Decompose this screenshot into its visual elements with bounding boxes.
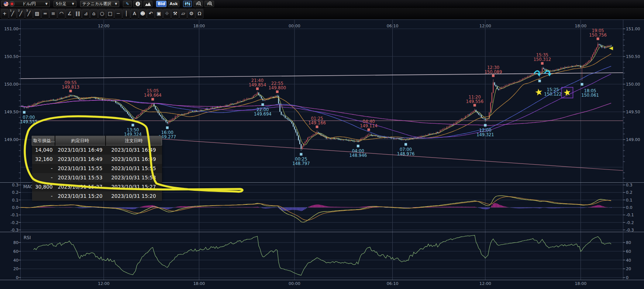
bid-button[interactable]: Bid: [156, 1, 166, 7]
ask-label: Ask: [169, 1, 178, 6]
svg-text:80: 80: [13, 240, 18, 245]
trade-pnl: -: [32, 192, 55, 201]
svg-text:151.00: 151.00: [626, 27, 640, 31]
draw-tool-rectangle[interactable]: □: [106, 9, 114, 18]
candlestick-view-button[interactable]: [183, 1, 192, 7]
drawing-toolbar: +╱1╱2╱3▨═≡◠∠∥∥⊿⌂○□─│A☻↶▣✥⚒▱⚙Ω: [0, 8, 644, 20]
draw-tool-eraser[interactable]: ▱: [179, 9, 187, 18]
draw-tool-text[interactable]: A: [131, 9, 138, 18]
bid-label: Bid: [158, 1, 165, 6]
trade-datetime: 2023/10/31 15:27: [106, 182, 162, 192]
draw-tool-pentagon[interactable]: ⌂: [90, 9, 98, 18]
trade-row[interactable]: -2023/10/31 15:202023/10/31 15:20: [32, 192, 162, 201]
svg-text:-0.2: -0.2: [11, 220, 18, 225]
draw-tool-parallel-lines-3[interactable]: ≡: [49, 9, 57, 18]
symbol-select[interactable]: ドル/円 ▼: [1, 1, 50, 7]
draw-tool-vertical-line[interactable]: │: [123, 9, 130, 18]
trade-pnl: 32,160: [32, 155, 55, 164]
draw-tool-time-zones[interactable]: ∥∥: [74, 9, 82, 18]
svg-text:18:00: 18:00: [575, 24, 587, 28]
candlestick-icon: [185, 1, 190, 6]
svg-text:06:10: 06:10: [387, 281, 399, 286]
svg-text:0.1: 0.1: [12, 198, 19, 203]
svg-text:148.946: 148.946: [349, 153, 367, 158]
svg-text:-0.3: -0.3: [626, 228, 634, 233]
trade-row[interactable]: 14,0402023/10/31 16:492023/10/31 16:49: [32, 145, 162, 155]
draw-tool-fan-lines[interactable]: ∠: [66, 9, 73, 18]
svg-text:0.3: 0.3: [12, 183, 19, 187]
draw-tool-ruler[interactable]: ▨: [33, 9, 41, 18]
draw-tool-tool-settings[interactable]: ⚙: [187, 9, 195, 18]
top-toolbar: ドル/円 ▼ 5分足 ▼ テクニカル選択 ▼ ✎ i Bid: [0, 0, 644, 8]
svg-text:60: 60: [13, 249, 18, 254]
zoom-out-button[interactable]: ↕: [193, 1, 203, 7]
draw-pencil-button[interactable]: ✎: [123, 1, 132, 7]
trade-datetime: 2023/10/31 15:53: [55, 173, 106, 182]
draw-tool-trendline-1[interactable]: ╱1: [9, 9, 17, 18]
info-button[interactable]: i: [133, 1, 142, 7]
draw-tool-parallel-lines-2[interactable]: ═: [41, 9, 49, 18]
trade-datetime: 2023/10/31 16:49: [106, 155, 162, 164]
trade-row[interactable]: -2023/10/31 15:532023/10/31 15:53: [32, 173, 162, 182]
technical-select-button[interactable]: テクニカル選択 ▼: [80, 1, 119, 7]
svg-text:150.061: 150.061: [581, 93, 599, 98]
trade-col-header-0[interactable]: 取引損益...: [32, 136, 55, 145]
timeframe-select[interactable]: 5分足 ▼: [54, 1, 76, 7]
chevron-down-icon: ▼: [115, 2, 117, 6]
trade-datetime: 2023/10/31 15:53: [106, 173, 162, 182]
svg-text:-0.2: -0.2: [626, 220, 634, 225]
draw-tool-fan-arc[interactable]: ◠: [58, 9, 65, 18]
trade-col-header-1[interactable]: 約定日時: [55, 136, 106, 145]
draw-tool-ellipse[interactable]: ○: [98, 9, 106, 18]
ask-button[interactable]: Ask: [168, 1, 179, 7]
zoom-in-icon: ↕: [206, 1, 213, 6]
svg-text:149.854: 149.854: [249, 82, 266, 87]
svg-text:150.312: 150.312: [534, 57, 551, 62]
svg-text:12:00: 12:00: [479, 281, 491, 286]
svg-text:150.122: 150.122: [544, 92, 562, 97]
draw-tool-trendline-3[interactable]: ╱3: [25, 9, 33, 18]
svg-text:149.694: 149.694: [254, 111, 272, 117]
svg-text:0.2: 0.2: [626, 190, 633, 195]
svg-text:149.556: 149.556: [466, 99, 483, 104]
draw-tool-crosshair[interactable]: +: [1, 9, 8, 18]
svg-text:40: 40: [13, 258, 18, 263]
svg-text:149.50: 149.50: [4, 110, 19, 114]
svg-text:149.555: 149.555: [20, 119, 38, 124]
zoom-out-icon: ↕: [195, 1, 202, 6]
svg-text:149.00: 149.00: [626, 137, 640, 142]
svg-text:0.2: 0.2: [12, 190, 19, 195]
svg-text:150.089: 150.089: [485, 69, 502, 75]
area-chart-button[interactable]: [144, 1, 152, 7]
draw-tool-tools[interactable]: ⚒: [171, 9, 179, 18]
svg-text:06:10: 06:10: [387, 24, 399, 28]
trade-col-header-2[interactable]: 注文日時: [106, 136, 162, 145]
zoom-in-button[interactable]: ↕: [204, 1, 214, 7]
svg-text:150.00: 150.00: [626, 82, 640, 87]
svg-text:60: 60: [626, 249, 631, 254]
trade-datetime: 2023/10/31 16:49: [55, 145, 106, 155]
trade-row[interactable]: -2023/10/31 15:552023/10/31 15:55: [32, 164, 162, 173]
trade-datetime: 2023/10/31 15:20: [106, 192, 162, 201]
draw-tool-magnet[interactable]: Ω: [196, 9, 203, 18]
svg-text:0.0: 0.0: [626, 205, 633, 210]
draw-tool-horizontal-line[interactable]: ─: [114, 9, 122, 18]
svg-text:148.797: 148.797: [292, 161, 310, 166]
trade-row[interactable]: 30,8002023/10/31 15:272023/10/31 15:27: [32, 182, 162, 192]
trade-datetime: 2023/10/31 16:49: [106, 145, 162, 155]
svg-text:150.50: 150.50: [4, 54, 19, 59]
trade-pnl: 30,800: [32, 182, 55, 192]
svg-text:149.813: 149.813: [62, 85, 79, 90]
draw-tool-angle-line[interactable]: ⊿: [82, 9, 90, 18]
svg-text:0.0: 0.0: [12, 205, 19, 210]
svg-text:0: 0: [626, 275, 628, 280]
svg-text:150.756: 150.756: [589, 32, 607, 38]
draw-tool-copy[interactable]: ▣: [155, 9, 163, 18]
svg-text:18:00: 18:00: [575, 281, 587, 286]
flag-icons: [3, 1, 15, 7]
draw-tool-recall[interactable]: ↶: [147, 9, 155, 18]
draw-tool-icon-stamp[interactable]: ☻: [139, 9, 147, 18]
trade-row[interactable]: 32,1602023/10/31 16:492023/10/31 16:49: [32, 155, 162, 164]
draw-tool-trendline-2[interactable]: ╱2: [17, 9, 25, 18]
area-chart-icon: [145, 2, 151, 6]
